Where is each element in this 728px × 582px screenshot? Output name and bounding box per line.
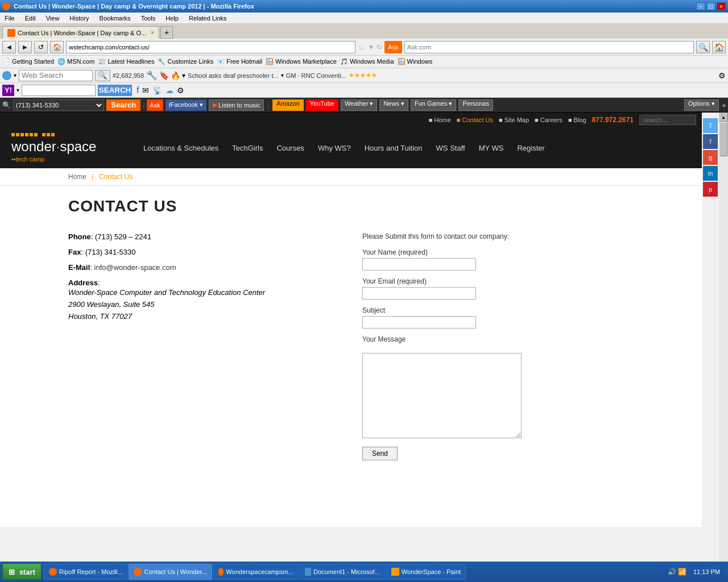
ask-search-input[interactable] [404, 41, 694, 53]
nav-careers[interactable]: ■ Careers [535, 117, 562, 123]
nav-why-ws[interactable]: Why WS? [311, 132, 358, 164]
start-button[interactable]: ⊞ start [2, 563, 42, 580]
twitter-button[interactable]: T [703, 118, 718, 133]
taskbar-item-0[interactable]: Ripoff Report - Mozill... [44, 564, 128, 580]
facebook-toolbar-btn[interactable]: fFacebook ▾ [166, 99, 206, 111]
menu-file[interactable]: File [2, 15, 17, 22]
home-browser-button[interactable]: 🏠 [712, 41, 726, 53]
menu-edit[interactable]: Edit [23, 15, 38, 22]
rss-icon2[interactable]: 📡 [152, 86, 162, 95]
taskbar-item-2[interactable]: Wonderspacecampsm... [213, 564, 299, 580]
bookmark-msn[interactable]: 🌐 MSN.com [57, 58, 94, 65]
bookmark-customize[interactable]: 🔧 Customize Links [158, 58, 213, 65]
nav-sitemap[interactable]: ■ Site Map [499, 117, 529, 123]
tool-icon-2[interactable]: 🔖 [159, 71, 169, 80]
nav-blog[interactable]: ■ Blog [568, 117, 586, 123]
subject-input[interactable] [362, 316, 476, 329]
taskbar-item-4[interactable]: WonderSpace - Paint [386, 564, 466, 580]
refresh-button[interactable]: ↺ [34, 41, 48, 53]
tool-icon-1[interactable]: 🔧 [146, 70, 158, 81]
submit-button[interactable]: Send [362, 447, 398, 460]
gear-icon[interactable]: ⚙ [718, 71, 726, 80]
tool-icon-dropdown[interactable]: ▾ [182, 72, 185, 80]
forward-button[interactable]: ► [18, 41, 32, 53]
home-button[interactable]: 🏠 [50, 41, 64, 53]
breadcrumb-home[interactable]: Home [68, 173, 86, 181]
bookmark-media[interactable]: 🎵 Windows Media [340, 58, 394, 65]
close-button[interactable]: × [717, 2, 726, 10]
search-button[interactable]: Search [106, 99, 140, 111]
menu-help[interactable]: Help [163, 15, 181, 22]
menu-related-links[interactable]: Related Links [187, 15, 229, 22]
scrollbar[interactable]: ▲ ▼ [719, 113, 728, 582]
refresh-small-icon[interactable]: ↻ [377, 43, 382, 51]
yahoo-dropdown[interactable]: ▾ [16, 87, 19, 93]
name-input[interactable] [362, 258, 476, 271]
menu-view[interactable]: View [44, 15, 62, 22]
extend-btn[interactable]: » [722, 102, 726, 109]
ask-btn[interactable]: Ask [147, 99, 163, 111]
web-search-button[interactable]: 🔍 [95, 70, 110, 81]
pinterest-button[interactable]: p [703, 182, 718, 197]
nav-courses[interactable]: Courses [270, 132, 311, 164]
scroll-track[interactable] [719, 122, 728, 574]
taskbar-item-3[interactable]: Document1 - Microsof... [300, 564, 385, 580]
bookmark-windows[interactable]: 🪟 Windows [398, 58, 433, 65]
mail-icon[interactable]: ✉ [142, 86, 149, 95]
yahoo-button[interactable]: Y! [2, 85, 14, 96]
linkedin-button[interactable]: in [703, 166, 718, 181]
email-link[interactable]: info@wonder-space.com [94, 263, 176, 272]
address-select[interactable]: (713) 341-5330 [13, 99, 104, 111]
nav-home[interactable]: ■ Home [429, 117, 451, 123]
maximize-button[interactable]: □ [706, 2, 715, 10]
weather-btn[interactable]: Weather ▾ [341, 99, 377, 111]
address-input[interactable] [66, 41, 355, 53]
tab-close-icon[interactable]: × [151, 30, 154, 36]
bookmark-hotmail[interactable]: 📧 Free Hotmail [217, 58, 262, 65]
bookmark-marketplace[interactable]: 🪟 Windows Marketplace [266, 58, 337, 65]
yahoo-search-button[interactable]: SEARCH [98, 85, 132, 96]
nav-techgirls[interactable]: TechGirls [225, 132, 270, 164]
menu-tools[interactable]: Tools [139, 15, 158, 22]
nav-contact[interactable]: ■ Contact Us [457, 117, 493, 123]
bookmark-getting-started[interactable]: 📄 Getting Started [2, 58, 54, 65]
personas-btn[interactable]: Personas [458, 99, 493, 111]
scroll-up-button[interactable]: ▲ [719, 113, 728, 122]
tool-icon-3[interactable]: 🔥 [171, 71, 180, 80]
listen-music-button[interactable]: ▶ Listen to music [209, 99, 264, 111]
site-search-input[interactable] [639, 115, 696, 125]
fun-games-btn[interactable]: Fun Games ▾ [411, 99, 457, 111]
minimize-button[interactable]: − [696, 2, 705, 10]
google-plus-button[interactable]: g [703, 150, 718, 165]
back-button[interactable]: ◄ [2, 41, 16, 53]
options-btn[interactable]: Options ▾ [684, 99, 719, 111]
toolbar2-dropdown[interactable]: ▾ [14, 72, 16, 78]
nav-locations[interactable]: Locations & Schedules [136, 132, 225, 164]
menu-bookmarks[interactable]: Bookmarks [97, 15, 133, 22]
active-tab[interactable]: Contact Us | Wonder-Space | Day camp & O… [2, 26, 159, 39]
rss-icon[interactable]: ▼ [367, 43, 374, 51]
web-search-input[interactable] [19, 70, 93, 81]
new-tab-button[interactable]: + [160, 26, 173, 39]
nav-my-ws[interactable]: MY WS [472, 132, 511, 164]
menu-history[interactable]: History [67, 15, 91, 22]
facebook-icon[interactable]: f [136, 85, 139, 95]
amazon-btn[interactable]: Amazon [272, 99, 303, 111]
bookmark-headlines[interactable]: 📰 Latest Headlines [98, 58, 154, 65]
youtube-btn[interactable]: YouTube [306, 99, 338, 111]
settings-icon[interactable]: ⚙ [177, 86, 184, 95]
email-input[interactable] [362, 287, 476, 300]
nav-ws-staff[interactable]: WS Staff [429, 132, 472, 164]
cloud-icon[interactable]: ☁ [166, 86, 173, 95]
news-btn[interactable]: News ▾ [379, 99, 408, 111]
scroll-thumb[interactable] [719, 122, 727, 156]
nav-hours-tuition[interactable]: Hours and Tuition [358, 132, 429, 164]
taskbar-item-1[interactable]: Contact Us | Wonder... [129, 564, 212, 580]
yahoo-search-input[interactable] [22, 85, 96, 96]
ask-search-button[interactable]: 🔍 [696, 41, 710, 53]
facebook-sidebar-button[interactable]: f [703, 134, 718, 149]
nav-register[interactable]: Register [510, 132, 551, 164]
message-textarea[interactable] [362, 353, 522, 438]
star-icon[interactable]: ☆ [358, 43, 365, 52]
search-dropdown[interactable]: ▾ [281, 72, 284, 78]
